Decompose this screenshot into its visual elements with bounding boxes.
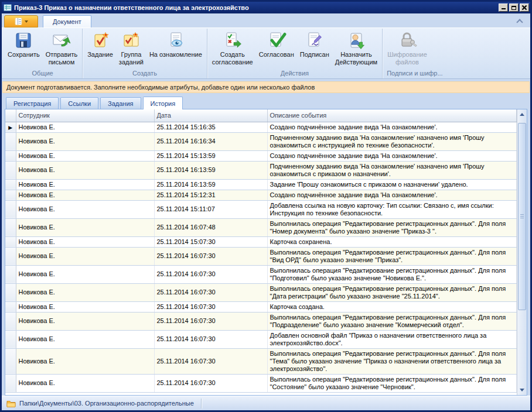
row-selector-cell[interactable] — [5, 348, 16, 374]
send-mail-icon — [52, 30, 71, 50]
task-group-icon — [121, 30, 141, 50]
cell-date: 25.11.2014 15:12:31 — [154, 190, 267, 200]
create-approval-button[interactable]: Создать согласование — [209, 29, 256, 67]
row-selector-cell[interactable] — [5, 218, 16, 236]
row-selector-cell[interactable] — [5, 312, 16, 330]
row-selector-cell[interactable] — [5, 283, 16, 301]
table-row[interactable]: Новикова Е. 25.11.2014 16:07:30 Карточка… — [5, 301, 517, 312]
table-row[interactable]: Новикова Е. 25.11.2014 16:07:30 Выполнил… — [5, 348, 517, 374]
row-pointer-icon: ▶ — [8, 125, 12, 131]
row-selector-cell[interactable] — [5, 301, 16, 312]
table-row[interactable]: Новикова Е. 25.11.2014 16:07:48 Выполнил… — [5, 218, 517, 236]
row-selector-cell[interactable] — [5, 179, 16, 190]
table-row[interactable]: Новикова Е. 25.11.2014 16:13:59 Задание … — [5, 179, 517, 190]
cell-date: 25.11.2014 16:07:48 — [154, 218, 267, 236]
cell-employee: Новикова Е. — [16, 200, 154, 218]
tab-registration[interactable]: Регистрация — [6, 97, 59, 109]
table-row[interactable]: Новикова Е. 25.11.2014 16:07:30 Добавлен… — [5, 330, 517, 348]
save-button[interactable]: Сохранить — [5, 29, 43, 59]
app-icon — [4, 4, 12, 12]
set-active-button[interactable]: Назначить Действующим — [332, 29, 380, 67]
cell-date: 25.11.2014 16:07:30 — [154, 247, 267, 265]
table-row[interactable]: Новикова Е. 25.11.2014 15:11:07 Добавлен… — [5, 200, 517, 218]
group-label: Создать — [84, 70, 205, 78]
row-selector-cell[interactable] — [5, 200, 16, 218]
group-label: Действия — [209, 70, 380, 78]
ribbon-group-create: Задание Группа заданий — [83, 29, 207, 78]
header-date[interactable]: Дата — [154, 109, 267, 122]
status-separator — [201, 399, 202, 408]
scroll-up-button[interactable] — [517, 109, 527, 119]
maximize-button[interactable] — [509, 4, 519, 12]
vertical-scrollbar[interactable] — [517, 109, 527, 395]
title-bar[interactable]: Приказ-3 Приказ о назначении ответственн… — [2, 2, 530, 13]
cell-description: Подчиненному заданию вида 'На ознакомлен… — [267, 161, 517, 179]
table-row[interactable]: Новикова Е. 25.11.2014 16:13:59 Подчинен… — [5, 161, 517, 179]
row-selector-cell[interactable] — [5, 330, 16, 348]
close-button[interactable] — [520, 4, 529, 12]
table-row[interactable]: ▶ Новикова Е. 25.11.2014 15:16:35 Создан… — [5, 122, 517, 132]
app-menu-button[interactable] — [4, 15, 38, 28]
button-label: Группа заданий — [119, 51, 144, 66]
table-row[interactable]: Новикова Е. 25.11.2014 16:07:30 Выполнил… — [5, 312, 517, 330]
cell-description: Создано подчинённое задание вида 'На озн… — [267, 150, 517, 161]
signed-button[interactable]: Подписан — [297, 29, 332, 59]
create-task-button[interactable]: Задание — [84, 29, 116, 59]
header-description[interactable]: Описание события — [267, 109, 517, 122]
cell-date: 25.11.2014 15:16:35 — [154, 122, 267, 132]
row-selector-cell[interactable]: ▶ — [5, 122, 16, 132]
collapse-ribbon-button[interactable] — [517, 19, 522, 23]
button-label: На ознакомление — [149, 51, 202, 59]
table-row[interactable]: Новикова Е. 25.11.2014 16:07:30 Выполнил… — [5, 374, 517, 392]
table-row[interactable]: Новикова Е. 25.11.2014 16:16:34 Подчинен… — [5, 132, 517, 150]
document-status-message: Документ подготавливается. Заполните нео… — [2, 81, 530, 93]
ribbon-group-actions: Создать согласование Согласован — [207, 29, 383, 78]
cell-date: 25.11.2014 16:13:59 — [154, 179, 267, 190]
tab-history[interactable]: История — [143, 97, 183, 109]
group-label: Подписи и шифр... — [384, 70, 445, 78]
cell-employee: Новикова Е. — [16, 190, 154, 200]
cell-date: 25.11.2014 15:07:30 — [154, 236, 267, 247]
table-row[interactable]: Новикова Е. 25.11.2014 16:07:30 Выполнил… — [5, 247, 517, 265]
folder-path[interactable]: Папки\Документы\03. Организационно-распо… — [19, 400, 194, 407]
header-employee[interactable]: Сотрудник — [16, 109, 154, 122]
approved-button[interactable]: Согласован — [256, 29, 297, 59]
cell-description: Создано подчинённое задание вида 'На озн… — [267, 122, 517, 132]
minimize-button[interactable] — [499, 4, 508, 12]
row-selector-cell[interactable] — [5, 190, 16, 200]
row-selector-cell[interactable] — [5, 265, 16, 283]
arrow-up-icon — [520, 113, 524, 116]
tab-links[interactable]: Ссылки — [60, 97, 98, 109]
scroll-down-button[interactable] — [517, 385, 527, 395]
tab-tasks[interactable]: Задания — [100, 97, 141, 109]
cell-employee: Новикова Е. — [16, 236, 154, 247]
cell-date: 25.11.2014 16:07:30 — [154, 283, 267, 301]
cell-employee: Новикова Е. — [16, 132, 154, 150]
history-table: Сотрудник Дата Описание события ▶ Новико… — [5, 109, 517, 393]
cell-description: Подчиненному заданию вида 'На ознакомлен… — [267, 132, 517, 150]
table-row[interactable]: Новикова Е. 25.11.2014 16:07:30 Выполнил… — [5, 265, 517, 283]
row-selector-cell[interactable] — [5, 150, 16, 161]
send-mail-button[interactable]: Отправить письмом — [43, 29, 81, 67]
row-selector-cell[interactable] — [5, 161, 16, 179]
create-task-group-button[interactable]: Группа заданий — [116, 29, 146, 67]
row-selector-cell[interactable] — [5, 374, 16, 392]
table-row[interactable]: Новикова Е. 25.11.2014 15:12:31 Создано … — [5, 190, 517, 200]
file-encryption-button: Шифрование файлов — [384, 29, 430, 67]
scrollbar-track[interactable] — [517, 119, 527, 385]
cell-description: Выполнилась операция "Редактирование рег… — [267, 218, 517, 236]
cell-date: 25.11.2014 16:07:30 — [154, 301, 267, 312]
ribbon-tab-document[interactable]: Документ — [43, 15, 91, 28]
send-for-acquaintance-button[interactable]: На ознакомление — [146, 29, 205, 59]
row-selector-cell[interactable] — [5, 132, 16, 150]
row-selector-cell[interactable] — [5, 247, 16, 265]
table-row[interactable]: Новикова Е. 25.11.2014 15:13:59 Создано … — [5, 150, 517, 161]
button-label: Согласован — [259, 51, 294, 59]
ribbon-group-general: Сохранить Отправить письмом Общие — [3, 29, 83, 78]
ribbon: Сохранить Отправить письмом Общие — [2, 28, 530, 79]
table-row[interactable]: Новикова Е. 25.11.2014 15:07:30 Карточка… — [5, 236, 517, 247]
row-selector-cell[interactable] — [5, 236, 16, 247]
table-row[interactable]: Новикова Е. 25.11.2014 16:07:30 Выполнил… — [5, 283, 517, 301]
arrow-down-icon — [520, 389, 524, 392]
scrollbar-thumb[interactable] — [518, 123, 526, 310]
